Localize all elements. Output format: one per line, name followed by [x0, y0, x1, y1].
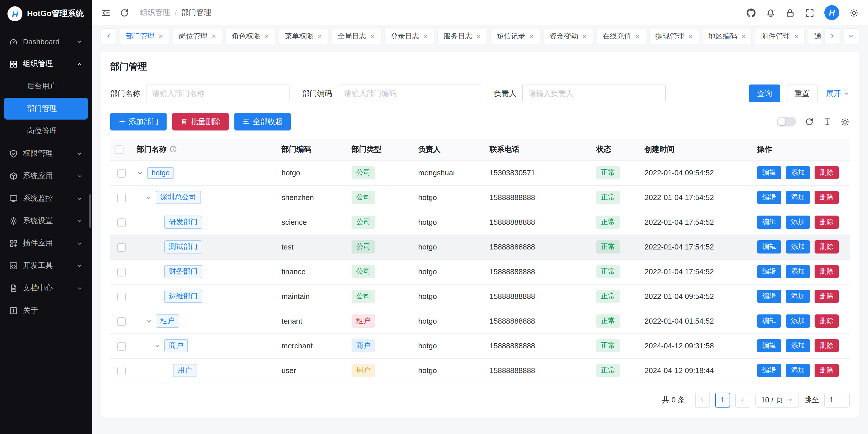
tab-close-icon[interactable]: × [371, 32, 375, 40]
row-checkbox[interactable] [117, 243, 126, 252]
prev-page-icon[interactable] [695, 392, 710, 407]
row-checkbox[interactable] [117, 268, 126, 276]
delete-button[interactable]: 删除 [814, 240, 839, 254]
tab-12[interactable]: 附件管理× [756, 28, 805, 44]
add-button[interactable]: 添加 [786, 166, 810, 179]
row-checkbox[interactable] [117, 169, 126, 177]
batch-delete-button[interactable]: 批量删除 [172, 113, 229, 131]
tab-2[interactable]: 角色权限× [226, 28, 275, 44]
table-row[interactable]: 运维部门maintain公司hotgo15888888888正常2022-01-… [110, 284, 849, 309]
tabs-scroll-left-icon[interactable] [101, 29, 116, 44]
add-button[interactable]: 添加 [786, 314, 810, 328]
add-button[interactable]: 添加 [786, 339, 810, 352]
sidebar-item-post-manage[interactable]: 岗位管理 [4, 120, 88, 142]
page-size-select[interactable]: 10 / 页 [755, 392, 799, 407]
row-checkbox[interactable] [117, 194, 126, 202]
github-icon[interactable] [746, 8, 756, 18]
breadcrumb-item-current[interactable]: 部门管理 [181, 7, 211, 18]
sidebar-item-system-settings[interactable]: 系统设置 [4, 210, 88, 232]
expand-search-toggle[interactable]: 展开 [826, 88, 849, 98]
delete-button[interactable]: 删除 [814, 215, 839, 229]
delete-button[interactable]: 删除 [814, 364, 839, 377]
row-checkbox[interactable] [117, 367, 126, 375]
add-button[interactable]: 添加 [786, 240, 810, 254]
table-row[interactable]: hotgohotgo公司mengshuai15303830571正常2022-0… [110, 161, 849, 185]
tab-1[interactable]: 岗位管理× [173, 28, 222, 44]
query-button[interactable]: 查询 [749, 85, 780, 102]
info-icon[interactable] [169, 146, 177, 153]
lock-screen-icon[interactable] [785, 8, 795, 18]
dept-name-input[interactable] [146, 85, 289, 102]
sidebar-item-permission[interactable]: 权限管理 [4, 143, 88, 165]
tab-close-icon[interactable]: × [265, 32, 269, 40]
delete-button[interactable]: 删除 [814, 290, 839, 303]
tab-close-icon[interactable]: × [423, 32, 428, 40]
tab-4[interactable]: 全局日志× [332, 28, 381, 44]
sidebar-item-system-monitor[interactable]: 系统监控 [4, 187, 88, 209]
row-expand-icon[interactable] [145, 194, 152, 201]
tabs-scroll-right-icon[interactable] [825, 29, 840, 44]
table-row[interactable]: 财务部门finance公司hotgo15888888888正常2022-01-0… [110, 259, 849, 284]
collapse-all-button[interactable]: 全部收起 [235, 113, 291, 131]
app-logo[interactable]: H HotGo管理系统 [0, 0, 92, 28]
edit-button[interactable]: 编辑 [757, 215, 781, 229]
edit-button[interactable]: 编辑 [757, 290, 781, 303]
table-row[interactable]: 商户merchant商户hotgo15888888888正常2024-04-12… [110, 334, 849, 358]
edit-button[interactable]: 编辑 [757, 339, 781, 352]
sidebar-collapse-icon[interactable] [101, 8, 111, 18]
tab-6[interactable]: 服务日志× [438, 28, 487, 44]
table-row[interactable]: 研发部门science公司hotgo15888888888正常2022-01-0… [110, 210, 849, 234]
table-row[interactable]: 用户user用户hotgo15888888888正常2024-04-12 09:… [110, 358, 849, 383]
delete-button[interactable]: 删除 [814, 314, 839, 328]
add-button[interactable]: 添加 [786, 290, 810, 303]
user-avatar[interactable]: H [824, 5, 839, 20]
tab-9[interactable]: 在线充值× [596, 28, 645, 44]
tabs-menu-icon[interactable] [844, 29, 859, 44]
table-row[interactable]: 深圳总公司shenzhen公司hotgo15888888888正常2022-01… [110, 185, 849, 210]
table-row[interactable]: 租户tenant租户hotgo15888888888正常2022-01-04 0… [110, 309, 849, 334]
row-checkbox[interactable] [117, 218, 126, 227]
sidebar-item-dev-tools[interactable]: 开发工具 [4, 255, 88, 277]
tab-7[interactable]: 短信记录× [491, 28, 540, 44]
tab-10[interactable]: 提现管理× [650, 28, 699, 44]
row-expand-icon[interactable] [154, 342, 161, 349]
dept-code-input[interactable] [338, 85, 482, 102]
tab-3[interactable]: 菜单权限× [279, 28, 328, 44]
tab-close-icon[interactable]: × [688, 32, 693, 40]
sidebar-item-dashboard[interactable]: Dashboard [4, 30, 88, 52]
delete-button[interactable]: 删除 [814, 166, 839, 179]
tab-close-icon[interactable]: × [159, 32, 163, 40]
delete-button[interactable]: 删除 [814, 339, 839, 352]
add-button[interactable]: 添加 [786, 215, 810, 229]
jump-page-input[interactable] [824, 392, 849, 407]
page-number-button[interactable]: 1 [715, 392, 730, 407]
leader-input[interactable] [522, 85, 666, 102]
sidebar-scrollbar-thumb[interactable] [89, 194, 91, 228]
tab-close-icon[interactable]: × [476, 32, 481, 40]
row-expand-icon[interactable] [145, 318, 152, 324]
add-button[interactable]: 添加 [786, 191, 810, 204]
tab-close-icon[interactable]: × [529, 32, 534, 40]
row-checkbox[interactable] [117, 342, 126, 350]
edit-button[interactable]: 编辑 [757, 265, 781, 278]
next-page-icon[interactable] [735, 392, 750, 407]
reset-button[interactable]: 重置 [786, 85, 818, 102]
table-settings-icon[interactable] [840, 117, 849, 126]
edit-button[interactable]: 编辑 [757, 191, 781, 204]
delete-button[interactable]: 删除 [814, 265, 839, 278]
tab-5[interactable]: 登录日志× [385, 28, 434, 44]
tab-0[interactable]: 部门管理× [120, 28, 169, 44]
tab-11[interactable]: 地区编码× [703, 28, 751, 44]
table-refresh-icon[interactable] [805, 117, 814, 126]
table-density-icon[interactable] [823, 117, 832, 126]
row-expand-icon[interactable] [137, 169, 144, 176]
edit-button[interactable]: 编辑 [757, 364, 781, 377]
tab-close-icon[interactable]: × [317, 32, 322, 40]
add-department-button[interactable]: 添加部门 [110, 113, 166, 131]
select-all-checkbox[interactable] [115, 145, 124, 154]
tab-13[interactable]: 通知公告× [809, 28, 821, 44]
fullscreen-icon[interactable] [805, 8, 814, 18]
notifications-bell-icon[interactable] [766, 8, 776, 18]
breadcrumb-item[interactable]: 组织管理 [140, 7, 170, 18]
sidebar-item-about[interactable]: 关于 [4, 299, 88, 321]
